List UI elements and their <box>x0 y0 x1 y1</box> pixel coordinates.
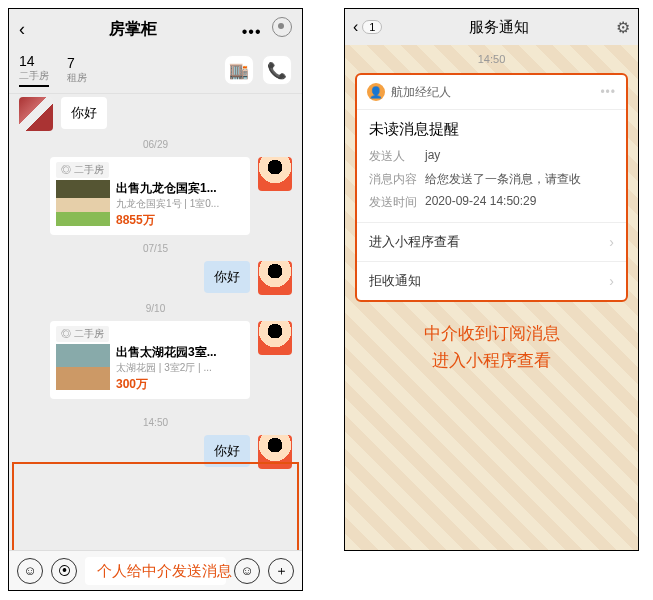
row-label: 消息内容 <box>369 171 425 188</box>
message-bubble: 你好 <box>204 435 250 467</box>
listing-title: 出售太湖花园3室... <box>116 344 244 361</box>
tab-action-icons: 🏬 📞 <box>224 55 292 85</box>
tab-count: 7 <box>67 55 87 71</box>
message-bubble: 你好 <box>61 97 107 129</box>
listing-thumbnail <box>56 344 110 390</box>
notif-header: ‹ 1 服务通知 ⚙ <box>345 9 638 45</box>
listing-tag: ◎ 二手房 <box>56 162 109 178</box>
action-open-miniprogram[interactable]: 进入小程序查看 › <box>357 222 626 261</box>
chat-input-bar: ☺ ⦿ ☺ ＋ <box>9 550 302 590</box>
chat-header: ‹ 房掌柜 ••• <box>9 9 302 49</box>
chat-screen: ‹ 房掌柜 ••• 14 二手房 7 租房 🏬 📞 你好 06/29 ◎ 二手房 <box>8 8 303 591</box>
chevron-right-icon: › <box>609 234 614 250</box>
notif-row-content: 消息内容 给您发送了一条消息，请查收 <box>357 168 626 191</box>
plus-icon[interactable]: ＋ <box>268 558 294 584</box>
listing-price: 300万 <box>116 376 244 393</box>
row-value: jay <box>425 148 440 165</box>
tab-rent[interactable]: 7 租房 <box>67 55 87 85</box>
listing-title: 出售九龙仓国宾1... <box>116 180 244 197</box>
message-outgoing-card: ◎ 二手房 出售九龙仓国宾1... 九龙仓国宾1号 | 1室0... 8855万 <box>9 154 302 238</box>
annotation-caption: 中介收到订阅消息 进入小程序查看 <box>345 320 638 374</box>
notification-card: 👤 航加经纪人 ••• 未读消息提醒 发送人 jay 消息内容 给您发送了一条消… <box>355 73 628 302</box>
card-more-icon[interactable]: ••• <box>600 85 616 99</box>
notif-card-header: 👤 航加经纪人 ••• <box>357 75 626 110</box>
listing-thumbnail <box>56 180 110 226</box>
notif-actions: 进入小程序查看 › 拒收通知 › <box>357 222 626 300</box>
back-count: 1 <box>362 20 382 34</box>
message-outgoing: 你好 <box>9 432 302 472</box>
tab-label: 租房 <box>67 71 87 85</box>
row-value: 2020-09-24 14:50:29 <box>425 194 536 211</box>
tab-count: 14 <box>19 53 49 69</box>
emoji-icon[interactable]: ☺ <box>17 558 43 584</box>
date-separator: 06/29 <box>9 139 302 150</box>
chevron-right-icon: › <box>609 273 614 289</box>
smile-icon[interactable]: ☺ <box>234 558 260 584</box>
listing-price: 8855万 <box>116 212 244 229</box>
notification-screen: ‹ 1 服务通知 ⚙ 14:50 👤 航加经纪人 ••• 未读消息提醒 发送人 … <box>344 8 639 551</box>
message-incoming: 你好 <box>9 94 302 134</box>
message-input[interactable] <box>85 557 226 585</box>
sender-avatar-icon: 👤 <box>367 83 385 101</box>
action-label: 拒收通知 <box>369 272 421 290</box>
chat-title: 房掌柜 <box>25 19 242 40</box>
listing-card[interactable]: ◎ 二手房 出售九龙仓国宾1... 九龙仓国宾1号 | 1室0... 8855万 <box>50 157 250 235</box>
caption-line: 进入小程序查看 <box>345 347 638 374</box>
row-value: 给您发送了一条消息，请查收 <box>425 171 581 188</box>
notif-row-sender: 发送人 jay <box>357 145 626 168</box>
avatar[interactable] <box>258 261 292 295</box>
listing-subtitle: 九龙仓国宾1号 | 1室0... <box>116 197 244 211</box>
notif-title: 未读消息提醒 <box>357 110 626 145</box>
tab-label: 二手房 <box>19 69 49 83</box>
notif-row-time: 发送时间 2020-09-24 14:50:29 <box>357 191 626 214</box>
action-label: 进入小程序查看 <box>369 233 460 251</box>
avatar[interactable] <box>258 435 292 469</box>
chevron-left-icon: ‹ <box>353 18 358 36</box>
header-actions: ••• <box>242 17 292 41</box>
category-tabs: 14 二手房 7 租房 🏬 📞 <box>9 49 302 94</box>
sender-name: 航加经纪人 <box>391 84 600 101</box>
listing-card[interactable]: ◎ 二手房 出售太湖花园3室... 太湖花园 | 3室2厅 | ... 300万 <box>50 321 250 399</box>
tab-secondhand[interactable]: 14 二手房 <box>19 53 49 87</box>
message-outgoing-card: ◎ 二手房 出售太湖花园3室... 太湖花园 | 3室2厅 | ... 300万 <box>9 318 302 402</box>
voice-icon[interactable]: ⦿ <box>51 558 77 584</box>
avatar[interactable] <box>19 97 53 131</box>
message-bubble: 你好 <box>204 261 250 293</box>
caption-line: 中介收到订阅消息 <box>345 320 638 347</box>
listing-subtitle: 太湖花园 | 3室2厅 | ... <box>116 361 244 375</box>
message-outgoing: 你好 <box>9 258 302 298</box>
listing-tag: ◎ 二手房 <box>56 326 109 342</box>
target-icon[interactable] <box>272 17 292 37</box>
date-separator: 07/15 <box>9 243 302 254</box>
chat-body: 你好 06/29 ◎ 二手房 出售九龙仓国宾1... 九龙仓国宾1号 | 1室0… <box>9 94 302 552</box>
back-button[interactable]: ‹ 1 <box>353 18 382 36</box>
action-reject[interactable]: 拒收通知 › <box>357 261 626 300</box>
row-label: 发送时间 <box>369 194 425 211</box>
avatar[interactable] <box>258 321 292 355</box>
avatar[interactable] <box>258 157 292 191</box>
row-label: 发送人 <box>369 148 425 165</box>
date-separator: 9/10 <box>9 303 302 314</box>
shop-icon[interactable]: 🏬 <box>224 55 254 85</box>
page-title: 服务通知 <box>382 18 616 37</box>
timestamp: 14:50 <box>345 53 638 65</box>
more-icon[interactable]: ••• <box>242 23 262 40</box>
gear-icon[interactable]: ⚙ <box>616 18 630 37</box>
phone-icon[interactable]: 📞 <box>262 55 292 85</box>
date-separator: 14:50 <box>9 417 302 428</box>
